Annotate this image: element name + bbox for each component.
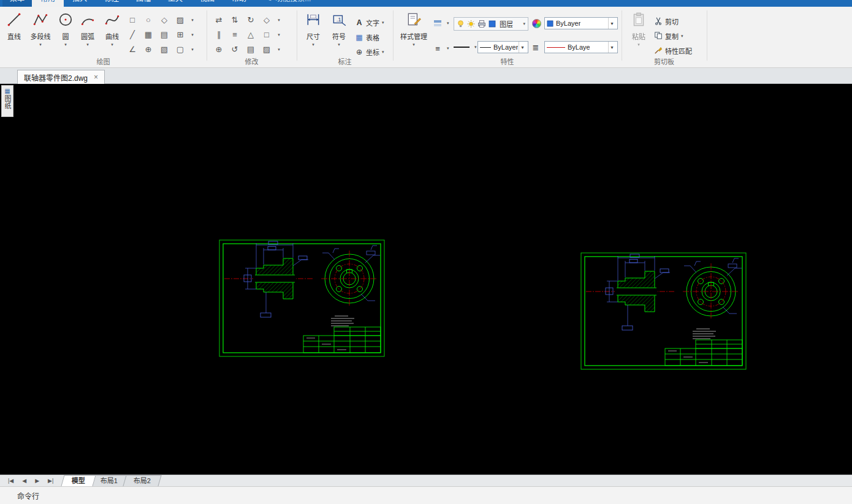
- style-manager-button[interactable]: 样式管理 ▾: [397, 10, 430, 59]
- text-button[interactable]: A 文字 ▾: [354, 17, 384, 29]
- layer-group-label: 图层: [500, 19, 513, 29]
- spline-icon: [104, 10, 120, 29]
- linetype-combo[interactable]: ByLayer ▼: [544, 41, 618, 53]
- polyline-button[interactable]: 多段线 ▾: [26, 10, 55, 59]
- draw-tool-icon[interactable]: ▦: [140, 28, 156, 42]
- palette-grid-icon: ▦: [4, 87, 10, 95]
- copy-button[interactable]: 复制 ▾: [653, 30, 683, 42]
- spline-button[interactable]: 曲线 ▾: [101, 10, 124, 59]
- draw-tool-icon[interactable]: ○: [140, 13, 156, 28]
- list-tools-button[interactable]: ≡ ▾: [433, 42, 449, 55]
- menu-tab-tools[interactable]: 工具: [159, 0, 191, 7]
- line-button[interactable]: 直线: [2, 10, 26, 59]
- menu-tab-help[interactable]: 帮助: [223, 0, 255, 7]
- cut-button[interactable]: 剪切: [653, 15, 679, 28]
- combo-arrow-icon[interactable]: ▼: [519, 42, 526, 53]
- nav-prev-icon[interactable]: ◀: [18, 478, 31, 484]
- dropdown-arrow-icon[interactable]: ▾: [681, 34, 683, 39]
- draw-tool-icon[interactable]: ▨: [172, 13, 188, 28]
- lineweight-combo[interactable]: ByLayer ▼: [477, 41, 528, 53]
- dropdown-arrow-icon[interactable]: ▾: [523, 21, 525, 26]
- combo-arrow-icon[interactable]: ▼: [608, 18, 615, 29]
- menu-tab-home[interactable]: 常用: [32, 0, 64, 7]
- modify-tool-icon[interactable]: ▤: [243, 42, 259, 57]
- close-icon[interactable]: ×: [94, 73, 98, 81]
- layer-combo[interactable]: ByLayer ▼: [544, 17, 618, 29]
- paste-button[interactable]: 粘贴 ▾: [626, 10, 651, 59]
- draw-tool-icon[interactable]: ▤: [156, 28, 172, 42]
- modify-tool-icon[interactable]: ∥: [211, 28, 227, 42]
- modify-tool-icon[interactable]: ⇄: [211, 13, 227, 28]
- dropdown-arrow-icon[interactable]: ▾: [188, 28, 197, 42]
- menu-tab-annotate[interactable]: 标注: [96, 0, 127, 7]
- modify-tool-icon[interactable]: ↺: [227, 42, 243, 57]
- modify-tool-icon[interactable]: ↻: [243, 13, 259, 28]
- modify-tool-icon[interactable]: ▨: [259, 42, 275, 57]
- draw-tool-icon[interactable]: ▢: [172, 42, 188, 57]
- dimension-button[interactable]: 尺寸 ▾: [302, 10, 325, 59]
- draw-tool-icon[interactable]: ⊞: [172, 28, 188, 42]
- layer-color-swatch[interactable]: [489, 20, 496, 28]
- nav-next-icon[interactable]: ▶: [31, 478, 44, 484]
- modify-tool-icon[interactable]: △: [243, 28, 259, 42]
- modify-tool-icon[interactable]: ≡: [227, 28, 243, 42]
- nav-last-icon[interactable]: ▶|: [44, 478, 58, 484]
- draw-tool-icon[interactable]: ⊕: [140, 42, 156, 57]
- dropdown-arrow-icon[interactable]: ▾: [188, 42, 197, 57]
- dropdown-arrow-icon[interactable]: ▾: [275, 42, 283, 57]
- layer-on-bulb-icon[interactable]: [457, 20, 465, 28]
- nav-first-icon[interactable]: |◀: [4, 478, 18, 484]
- command-bar[interactable]: 命令行: [0, 486, 852, 504]
- dropdown-arrow-icon[interactable]: ▾: [86, 42, 89, 47]
- command-bar-label: 命令行: [17, 491, 39, 501]
- menu-tab-sheet[interactable]: 图幅: [127, 0, 159, 7]
- match-properties-button[interactable]: 特性匹配: [653, 45, 692, 57]
- layer-plot-printer-icon[interactable]: [477, 20, 486, 28]
- dropdown-arrow-icon[interactable]: ▾: [39, 42, 42, 47]
- draw-tool-icon[interactable]: ◇: [156, 13, 172, 28]
- function-search[interactable]: ✎ 功能搜索...: [266, 0, 311, 7]
- menu-button[interactable]: 菜单: [2, 0, 32, 7]
- sheet-palette-tab[interactable]: ▦ 图纸: [1, 85, 13, 117]
- dropdown-arrow-icon[interactable]: ▾: [275, 28, 283, 42]
- layer-tools-button[interactable]: ▾: [433, 17, 449, 29]
- model-canvas[interactable]: [0, 84, 852, 475]
- color-picker-wheel[interactable]: [532, 19, 541, 28]
- draw-tool-icon[interactable]: ╱: [124, 28, 140, 42]
- linetype-list-button[interactable]: ≣: [531, 41, 542, 53]
- modify-tool-icon[interactable]: ⇅: [227, 13, 243, 28]
- draw-tool-icon[interactable]: ∠: [124, 42, 140, 57]
- menu-tab-insert[interactable]: 插入: [64, 0, 96, 7]
- dropdown-arrow-icon[interactable]: ▾: [188, 13, 197, 28]
- dropdown-arrow-icon[interactable]: ▾: [447, 21, 449, 26]
- dropdown-arrow-icon[interactable]: ▾: [474, 45, 477, 50]
- modify-tool-icon[interactable]: □: [259, 28, 275, 42]
- dropdown-arrow-icon[interactable]: ▾: [64, 42, 67, 47]
- layer-freeze-sun-icon[interactable]: [467, 20, 475, 28]
- dropdown-arrow-icon[interactable]: ▾: [275, 13, 283, 28]
- combo-arrow-icon[interactable]: ▼: [608, 42, 615, 53]
- modify-tool-icon[interactable]: ◇: [259, 13, 275, 28]
- dropdown-arrow-icon[interactable]: ▾: [382, 20, 384, 25]
- document-tab[interactable]: 联轴器零件图2.dwg ×: [17, 70, 105, 84]
- dropdown-arrow-icon[interactable]: ▾: [338, 42, 340, 47]
- symbol-button[interactable]: .1 符号 ▾: [327, 10, 351, 59]
- document-tab-bar: 联轴器零件图2.dwg ×: [0, 68, 852, 84]
- draw-tool-icon[interactable]: □: [124, 13, 140, 28]
- dropdown-arrow-icon[interactable]: ▾: [382, 50, 384, 55]
- tab-layout2[interactable]: 布局2: [123, 475, 161, 486]
- modify-tool-icon[interactable]: ⊕: [211, 42, 227, 57]
- dropdown-arrow-icon[interactable]: ▾: [413, 42, 415, 47]
- draw-tool-icon[interactable]: ▧: [156, 42, 172, 57]
- table-button[interactable]: ▦ 表格: [354, 31, 379, 43]
- arc-button[interactable]: 圆弧 ▾: [76, 10, 99, 59]
- dropdown-arrow-icon[interactable]: ▾: [312, 42, 314, 47]
- cad-viewport[interactable]: [0, 84, 852, 475]
- menu-tab-view[interactable]: 视图: [191, 0, 223, 7]
- dropdown-arrow-icon[interactable]: ▾: [111, 42, 113, 47]
- dropdown-arrow-icon[interactable]: ▾: [447, 46, 449, 51]
- circle-button[interactable]: 圆 ▾: [56, 10, 75, 59]
- dropdown-arrow-icon[interactable]: ▾: [637, 42, 640, 47]
- tab-model[interactable]: 模型: [61, 475, 96, 486]
- line-sample-button[interactable]: ▾: [454, 41, 477, 53]
